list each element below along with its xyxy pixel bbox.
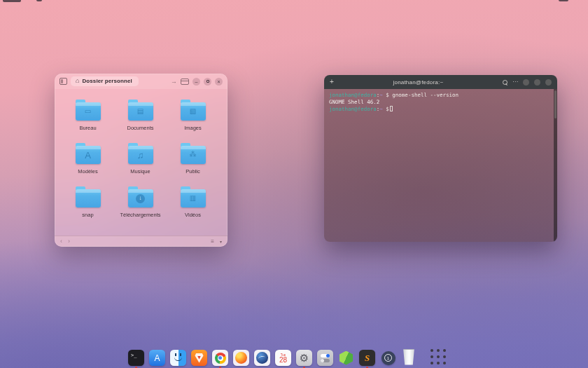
app-store-a-glyph: A	[154, 353, 160, 363]
terminal-line: jonathan@fedora:~ $ gnome-shell --versio…	[329, 92, 550, 99]
folder-item-modeles[interactable]: A Modèles	[62, 137, 114, 180]
folder-label: Documents	[127, 125, 154, 131]
toggle-on-icon	[321, 354, 330, 357]
dock-blue-sphere-app-icon[interactable]	[254, 350, 270, 366]
dock-settings-icon[interactable]: ⚙	[296, 350, 312, 366]
file-item-paper[interactable]	[114, 224, 167, 236]
files-bottom-toolbar: ‹ › ≡ ▾	[55, 236, 227, 247]
finder-face-icon	[174, 355, 182, 361]
folder-label: Public	[186, 168, 200, 175]
folder-label: Images	[184, 125, 202, 131]
scrollbar-thumb[interactable]	[554, 90, 556, 118]
top-bar-remnant-right	[559, 0, 568, 1]
files-content-area: ▭ Bureau ▤ Documents ▧ Images A Modèles …	[55, 89, 227, 236]
view-grid-icon[interactable]	[181, 79, 189, 85]
view-options-caret-icon[interactable]: ▾	[220, 239, 222, 244]
chrome-logo-icon	[215, 353, 226, 364]
brave-shield-icon	[195, 353, 204, 363]
dock-sublime-icon[interactable]: S	[359, 350, 375, 366]
minimize-button[interactable]: –	[192, 78, 200, 86]
dock-1password-icon[interactable]: 1	[380, 350, 396, 366]
folder-label: snap	[82, 212, 93, 218]
search-icon[interactable]	[503, 80, 507, 85]
picture-icon: ▧	[181, 102, 206, 121]
maximize-button[interactable]	[204, 78, 211, 86]
minimize-button[interactable]	[523, 79, 529, 86]
toggle-off-icon	[321, 359, 330, 362]
menu-icon[interactable]: ⋯	[512, 79, 518, 85]
folder-label: Téléchargements	[120, 212, 161, 218]
template-icon: A	[76, 146, 101, 164]
folder-item-images[interactable]: ▧ Images	[167, 93, 219, 137]
terminal-cursor	[390, 106, 393, 111]
folder-item-musique[interactable]: ♫ Musique	[114, 137, 167, 180]
folder-icon: ▤	[128, 102, 153, 121]
folder-icon	[76, 189, 101, 207]
dock-chrome-icon[interactable]	[212, 350, 228, 366]
blue-sphere-icon	[256, 352, 268, 364]
folder-icon: ▧	[181, 102, 206, 121]
people-icon: ⁂	[181, 146, 206, 164]
dock-calendar-icon[interactable]: Tue28	[275, 350, 291, 366]
new-tab-button[interactable]: +	[330, 79, 334, 86]
dock: >_ A Tue28 ⚙ S 1	[128, 348, 447, 366]
folder-item-videos[interactable]: ▥ Vidéos	[167, 180, 219, 224]
dock-app-store-icon[interactable]: A	[149, 350, 165, 366]
folder-icon: ↓	[128, 189, 153, 207]
show-applications-button[interactable]	[429, 348, 447, 366]
forward-arrow-icon[interactable]: →	[171, 78, 177, 85]
folder-label: Modèles	[78, 168, 97, 175]
dock-tweaks-icon[interactable]	[317, 350, 333, 366]
document-icon: ▤	[128, 102, 153, 121]
top-bar-remnant-center	[36, 0, 42, 1]
folder-item-documents[interactable]: ▤ Documents	[114, 93, 167, 137]
terminal-output-area[interactable]: jonathan@fedora:~ $ gnome-shell --versio…	[324, 89, 557, 242]
close-button[interactable]: ×	[215, 78, 223, 86]
home-icon: ⌂	[76, 78, 79, 84]
maximize-button[interactable]	[534, 79, 540, 86]
terminal-title: jonathan@fedora:~	[339, 79, 498, 86]
forward-button[interactable]: ›	[68, 238, 70, 245]
file-item-paper[interactable]	[62, 224, 114, 236]
dock-boxes-icon[interactable]	[338, 350, 354, 366]
firefox-logo-icon	[235, 352, 247, 364]
maximize-icon	[206, 80, 209, 83]
download-icon: ↓	[136, 194, 145, 203]
terminal-prompt-glyph: >_	[131, 353, 136, 358]
folder-icon: A	[76, 146, 101, 164]
file-grid: ▭ Bureau ▤ Documents ▧ Images A Modèles …	[62, 93, 222, 236]
dock-brave-icon[interactable]	[191, 350, 207, 366]
sidebar-toggle-icon[interactable]	[59, 78, 67, 85]
dock-firefox-icon[interactable]	[233, 350, 249, 366]
dock-terminal-icon[interactable]: >_	[128, 350, 144, 366]
terminal-window: + jonathan@fedora:~ ⋯ jonathan@fedora:~ …	[324, 75, 557, 242]
dock-finder-icon[interactable]	[170, 350, 186, 366]
folder-item-public[interactable]: ⁂ Public	[167, 137, 219, 180]
files-window: ⌂ Dossier personnel → – × ▭ Bureau ▤ Doc…	[55, 74, 227, 247]
music-icon: ♫	[128, 146, 153, 164]
desktop-icon: ▭	[76, 102, 101, 121]
folder-icon: ♫	[128, 146, 153, 164]
terminal-line: jonathan@fedora:~ $	[329, 106, 550, 113]
folder-label: Vidéos	[185, 212, 201, 218]
close-button[interactable]	[545, 79, 552, 86]
back-button[interactable]: ‹	[60, 238, 62, 245]
sublime-s-glyph: S	[365, 353, 370, 364]
folder-icon: ▥	[181, 189, 206, 207]
folder-icon: ▭	[76, 102, 101, 121]
green-cube-icon	[340, 351, 353, 365]
calendar-day: 28	[279, 357, 287, 364]
folder-item-bureau[interactable]: ▭ Bureau	[62, 93, 114, 137]
film-icon: ▥	[181, 189, 206, 207]
gear-icon: ⚙	[300, 352, 309, 364]
folder-item-telechargements[interactable]: ↓ Téléchargements	[114, 180, 167, 224]
path-bar[interactable]: ⌂ Dossier personnel	[71, 76, 139, 86]
list-view-icon[interactable]: ≡	[211, 238, 214, 245]
scrollbar[interactable]	[554, 89, 557, 242]
top-bar-remnant-left	[3, 0, 21, 2]
window-title: Dossier personnel	[82, 78, 132, 84]
folder-icon: ⁂	[181, 146, 206, 164]
file-item-paper[interactable]	[167, 224, 219, 236]
folder-item-snap[interactable]: snap	[62, 180, 114, 224]
dock-trash-icon[interactable]	[401, 348, 416, 366]
